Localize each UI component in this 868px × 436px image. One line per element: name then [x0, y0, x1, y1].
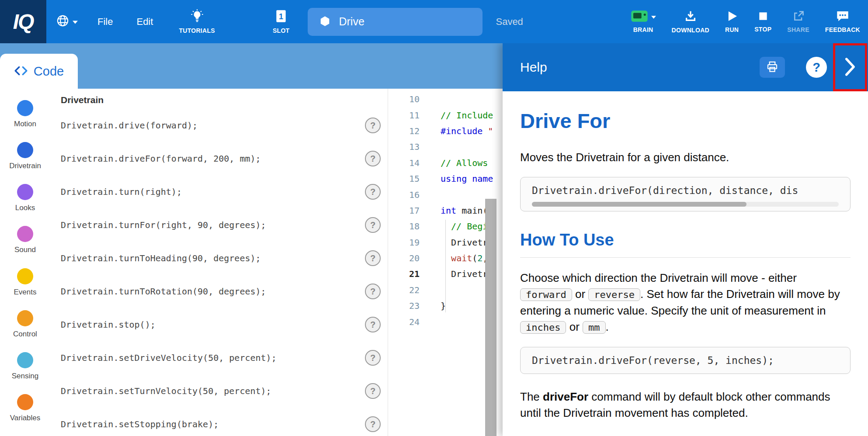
command-signature-box: Drivetrain.driveFor(direction, distance,…	[520, 177, 851, 211]
help-panel-title: Help	[520, 60, 547, 75]
note-text: The driveFor command will by default blo…	[520, 389, 851, 421]
code-brackets-icon	[14, 66, 28, 77]
language-menu[interactable]	[46, 0, 86, 43]
edit-menu[interactable]: Edit	[125, 0, 165, 43]
slot-label: SLOT	[273, 27, 290, 34]
inline-code-reverse: reverse	[588, 288, 640, 301]
sidebar-item-motion[interactable]: Motion	[0, 100, 50, 142]
line-number: 19	[388, 237, 420, 248]
target-highlight-box	[833, 43, 867, 91]
download-icon	[684, 10, 697, 24]
stop-label: STOP	[754, 26, 771, 33]
line-number: 10	[388, 94, 420, 104]
help-panel-header: Help ?	[503, 43, 868, 91]
editor-scrollbar[interactable]	[485, 199, 496, 436]
command-row[interactable]: Drivetrain.driveFor(forward, 200, mm); ?	[61, 142, 388, 175]
command-text: Drivetrain.setStopping(brake);	[61, 419, 219, 429]
share-label: SHARE	[787, 26, 809, 33]
main-area: Code Motion Drivetrain Look	[0, 43, 868, 436]
help-description: Moves the Drivetrain for a given distanc…	[520, 149, 851, 166]
category-label: Sensing	[12, 372, 38, 381]
project-name-button[interactable]: Drive	[308, 8, 483, 36]
file-menu[interactable]: File	[86, 0, 125, 43]
code-editor[interactable]: 10 11 // Include 12 #include " 13	[388, 89, 503, 436]
editor-line: 10	[388, 91, 503, 107]
line-number: 15	[388, 173, 420, 184]
line-number: 16	[388, 190, 420, 200]
command-help-button[interactable]: ?	[365, 416, 381, 432]
globe-icon	[56, 14, 69, 29]
sidebar-item-sound[interactable]: Sound	[0, 226, 50, 268]
run-button[interactable]: RUN	[717, 0, 746, 43]
save-status: Saved	[496, 16, 523, 28]
command-help-button[interactable]: ?	[365, 383, 381, 399]
tutorials-label: TUTORIALS	[179, 27, 215, 34]
help-topic-title: Drive For	[520, 109, 851, 133]
caret-down-icon	[651, 14, 656, 20]
looks-category-dot	[17, 184, 33, 200]
tutorials-button[interactable]: TUTORIALS	[171, 0, 223, 43]
workspace: Code Motion Drivetrain Look	[0, 43, 503, 436]
print-button[interactable]	[760, 57, 785, 78]
sidebar-item-sensing[interactable]: Sensing	[0, 352, 50, 394]
download-label: DOWNLOAD	[672, 27, 709, 34]
command-row[interactable]: Drivetrain.drive(forward); ?	[61, 109, 388, 142]
command-row[interactable]: Drivetrain.setDriveVelocity(50, percent)…	[61, 341, 388, 374]
top-toolbar: IQ File Edit	[0, 0, 868, 43]
sidebar-item-variables[interactable]: Variables	[0, 394, 50, 436]
inline-code-forward: forward	[520, 288, 572, 301]
command-help-button[interactable]: ?	[365, 284, 381, 299]
workspace-body: Motion Drivetrain Looks Sound	[0, 89, 503, 436]
example-code: Drivetrain.driveFor(reverse, 5, inches);	[532, 355, 774, 366]
caret-down-icon	[73, 18, 78, 26]
sidebar-item-drivetrain[interactable]: Drivetrain	[0, 142, 50, 184]
editor-line: 12 #include "	[388, 123, 503, 139]
command-row[interactable]: Drivetrain.turnFor(right, 90, degrees); …	[61, 208, 388, 242]
line-number: 17	[388, 205, 420, 216]
command-help-button[interactable]: ?	[365, 350, 381, 366]
command-help-button[interactable]: ?	[365, 250, 381, 266]
svg-text:1: 1	[279, 12, 283, 21]
tab-code[interactable]: Code	[0, 54, 78, 89]
help-info-button[interactable]: ?	[806, 57, 827, 78]
command-help-button[interactable]: ?	[365, 151, 381, 166]
command-row[interactable]: Drivetrain.stop(); ?	[61, 308, 388, 341]
vexcode-iq-app: IQ File Edit	[0, 0, 868, 436]
line-number: 18	[388, 221, 420, 232]
sidebar-item-events[interactable]: Events	[0, 268, 50, 310]
logo-text: IQ	[13, 10, 34, 34]
command-help-button[interactable]: ?	[365, 217, 381, 233]
command-list: Drivetrain Drivetrain.drive(forward); ? …	[50, 89, 388, 436]
sidebar-item-control[interactable]: Control	[0, 310, 50, 352]
command-row[interactable]: Drivetrain.turnToHeading(90, degrees); ?	[61, 242, 388, 275]
sidebar-item-looks[interactable]: Looks	[0, 184, 50, 226]
chevron-right-icon	[844, 57, 856, 78]
slot-button[interactable]: 1 SLOT	[265, 0, 298, 43]
stop-button[interactable]: STOP	[746, 0, 779, 43]
command-row[interactable]: Drivetrain.setTurnVelocity(50, percent);…	[61, 374, 388, 408]
command-signature: Drivetrain.driveFor(direction, distance,…	[532, 185, 798, 196]
collapse-help-button[interactable]	[844, 57, 856, 78]
command-help-button[interactable]: ?	[365, 317, 381, 332]
line-number: 13	[388, 142, 420, 152]
command-text: Drivetrain.stop();	[61, 319, 156, 330]
command-row[interactable]: Drivetrain.turn(right); ?	[61, 175, 388, 208]
help-panel: Help ?	[503, 43, 868, 436]
category-label: Events	[14, 288, 37, 297]
brain-button[interactable]: BRAIN	[623, 0, 664, 43]
signature-scrollbar-thumb[interactable]	[532, 202, 746, 207]
command-row[interactable]: Drivetrain.turnToRotation(90, degrees); …	[61, 275, 388, 308]
line-number: 14	[388, 158, 420, 168]
command-help-button[interactable]: ?	[365, 184, 381, 200]
command-row[interactable]: Drivetrain.setStopping(brake); ?	[61, 408, 388, 436]
signature-scrollbar-track	[532, 202, 839, 207]
indent-guide	[445, 220, 446, 312]
download-button[interactable]: DOWNLOAD	[664, 0, 717, 43]
line-number: 21	[388, 269, 420, 279]
category-label: Control	[13, 330, 37, 339]
line-number: 23	[388, 301, 420, 311]
command-help-button[interactable]: ?	[365, 118, 381, 133]
feedback-button[interactable]: FEEDBACK	[817, 0, 868, 43]
share-button: SHARE	[779, 0, 817, 43]
drivefor-keyword: driveFor	[543, 390, 588, 403]
